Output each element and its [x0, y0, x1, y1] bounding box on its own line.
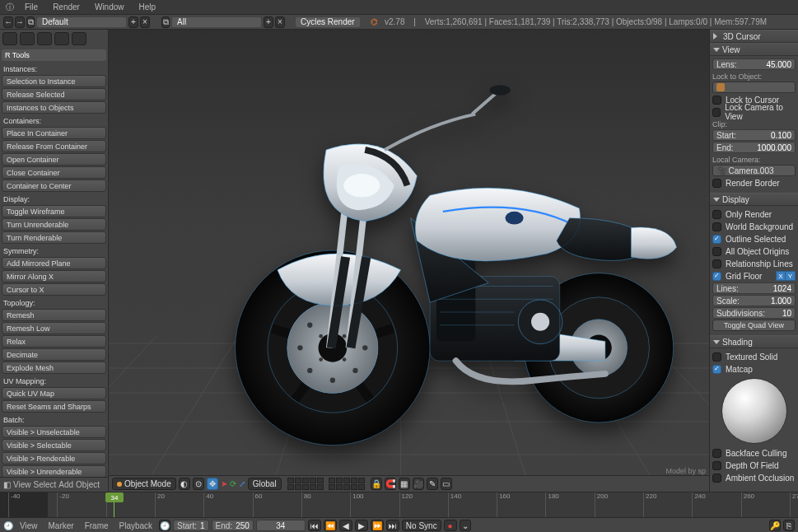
view3d-editor-icon[interactable]: ◧: [3, 480, 11, 489]
tab-icon-2[interactable]: [20, 32, 35, 45]
scene-browse2-icon[interactable]: ⧉: [161, 16, 170, 28]
menu-render[interactable]: Render: [46, 2, 86, 12]
grid-floor-checkbox[interactable]: Grid Floor XY: [712, 270, 796, 282]
snap-target-icon[interactable]: ▦: [399, 478, 410, 490]
section-shading[interactable]: Shading: [710, 335, 798, 348]
tool-button[interactable]: Instances to Objects: [2, 101, 106, 114]
tool-button[interactable]: Add Mirrored Plane: [2, 257, 106, 269]
tool-button[interactable]: Visible > Unrenderable: [2, 465, 106, 477]
viewport-shading-icon[interactable]: ◐: [179, 478, 190, 490]
all-origins-checkbox[interactable]: All Object Origins: [712, 245, 796, 257]
tool-button[interactable]: Close Container: [2, 166, 106, 179]
tool-button[interactable]: Decimate: [2, 348, 106, 361]
tool-button[interactable]: Remesh Low: [2, 322, 106, 334]
matcap-preview[interactable]: [721, 378, 787, 444]
gpencil-icon[interactable]: ✎: [427, 478, 438, 490]
section-view[interactable]: View: [710, 43, 798, 56]
tab-icon-1[interactable]: [2, 32, 17, 45]
grid-axes-xy[interactable]: XY: [776, 271, 796, 281]
auto-keyframe-button[interactable]: ●: [444, 520, 457, 531]
manipulator-rotate-icon[interactable]: ⟳: [230, 479, 236, 488]
manipulator-translate-icon[interactable]: ➤: [221, 479, 227, 488]
timeline-menu-view[interactable]: View: [16, 521, 42, 530]
play-button[interactable]: ▶: [355, 520, 368, 531]
lens-field[interactable]: Lens:45.000: [712, 58, 796, 70]
start-frame-field[interactable]: Start:1: [173, 520, 208, 531]
timeline-editor-icon[interactable]: 🕘: [3, 521, 13, 530]
tool-button[interactable]: Open Container: [2, 153, 106, 166]
use-preview-range-icon[interactable]: 🕘: [159, 520, 170, 531]
snap-toggle-icon[interactable]: 🧲: [385, 478, 396, 490]
gpencil-mode-icon[interactable]: ▭: [441, 478, 452, 490]
tool-button[interactable]: Place In Container: [2, 127, 106, 139]
view3d-menu-view[interactable]: View: [13, 480, 31, 489]
tab-icon-3[interactable]: [37, 32, 52, 45]
section-display[interactable]: Display: [710, 193, 798, 206]
tool-button[interactable]: Remesh: [2, 309, 106, 321]
grid-scale-field[interactable]: Scale:1.000: [712, 295, 796, 306]
scene-delete-button[interactable]: ×: [275, 16, 285, 28]
scene-add-button[interactable]: +: [264, 16, 273, 28]
current-frame-field[interactable]: 34: [256, 520, 306, 531]
back-button[interactable]: ←: [3, 16, 13, 28]
clip-start-field[interactable]: Start:0.100: [712, 129, 796, 141]
manipulator-scale-icon[interactable]: ⤢: [239, 479, 245, 488]
tool-button[interactable]: Reset Seams and Sharps: [2, 400, 106, 413]
render-engine-selector[interactable]: Cycles Render: [295, 16, 361, 28]
local-camera-selector[interactable]: 🎥 Camera.003: [712, 165, 796, 176]
relationship-lines-checkbox[interactable]: Relationship Lines: [712, 258, 796, 269]
view3d-menu-object[interactable]: Object: [76, 480, 100, 489]
editor-type-icon[interactable]: ⓘ: [3, 2, 16, 13]
view3d-menu-select[interactable]: Select: [34, 480, 57, 489]
view3d-menu-add[interactable]: Add: [58, 480, 73, 489]
dof-checkbox[interactable]: Depth Of Field: [712, 460, 796, 471]
orientation-selector[interactable]: Global: [248, 478, 282, 490]
tool-button[interactable]: Mirror Along X: [2, 270, 106, 282]
scene-selector[interactable]: All: [171, 16, 262, 28]
tool-button[interactable]: Cursor to X: [2, 283, 106, 296]
timeline-menu-frame[interactable]: Frame: [81, 521, 113, 530]
keyframe-prev-button[interactable]: ⏪: [324, 520, 337, 531]
tool-button[interactable]: Explode Mesh: [2, 362, 106, 374]
jump-to-end-button[interactable]: ⏭: [386, 520, 399, 531]
pivot-icon[interactable]: ⊙: [193, 478, 204, 490]
backface-culling-checkbox[interactable]: Backface Culling: [712, 447, 796, 459]
manipulator-toggle[interactable]: ✥: [207, 478, 218, 490]
render-preview-icon[interactable]: 🎥: [413, 478, 424, 490]
sync-mode-selector[interactable]: No Sync: [402, 520, 441, 531]
tool-button[interactable]: Turn Renderable: [2, 231, 106, 244]
tool-button[interactable]: Container to Center: [2, 180, 106, 192]
forward-button[interactable]: →: [15, 16, 25, 28]
tool-button[interactable]: Selection to Instance: [2, 75, 106, 87]
tab-icon-4[interactable]: [54, 32, 69, 45]
screen-delete-button[interactable]: ×: [140, 16, 150, 28]
timeline-cursor[interactable]: 34: [114, 492, 114, 517]
jump-to-start-button[interactable]: ⏮: [308, 520, 321, 531]
ao-checkbox[interactable]: Ambient Occlusion: [712, 472, 796, 483]
lock-camera-checkbox[interactable]: Lock Camera to View: [712, 106, 796, 118]
textured-solid-checkbox[interactable]: Textured Solid: [712, 351, 796, 362]
play-reverse-button[interactable]: ◀: [339, 520, 352, 531]
scene-browse-icon[interactable]: ⧉: [26, 16, 35, 28]
grid-lines-field[interactable]: Lines:1024: [712, 282, 796, 294]
keying-icon[interactable]: 🔑: [769, 520, 781, 531]
mode-selector[interactable]: Object Mode: [112, 478, 176, 490]
tool-button[interactable]: Relax: [2, 335, 106, 348]
layer-buttons[interactable]: [287, 478, 365, 490]
tool-button[interactable]: Visible > Renderable: [2, 452, 106, 464]
screen-add-button[interactable]: +: [128, 16, 138, 28]
lock-layers-icon[interactable]: 🔒: [371, 478, 382, 490]
only-render-checkbox[interactable]: Only Render: [712, 208, 796, 220]
world-bg-checkbox[interactable]: World Background: [712, 221, 796, 232]
menu-window[interactable]: Window: [88, 2, 131, 12]
timeline-menu-marker[interactable]: Marker: [44, 521, 78, 530]
keyframe-next-button[interactable]: ⏩: [371, 520, 384, 531]
end-frame-field[interactable]: End:250: [212, 520, 254, 531]
lock-object-selector[interactable]: [712, 82, 796, 93]
tab-icon-5[interactable]: [72, 32, 86, 45]
tool-button[interactable]: Quick UV Map: [2, 387, 106, 399]
menu-help[interactable]: Help: [133, 2, 163, 12]
tool-button[interactable]: Release From Container: [2, 140, 106, 152]
screen-layout-selector[interactable]: Default: [36, 16, 127, 28]
bake-icon[interactable]: ⎘: [783, 520, 795, 531]
